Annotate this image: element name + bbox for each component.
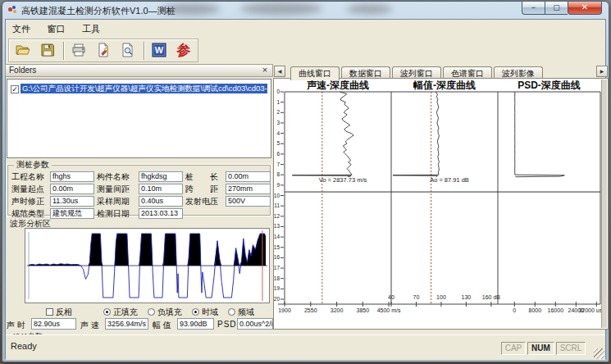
psd-label: PSD [217, 320, 237, 329]
svg-text:3200: 3200 [331, 307, 344, 313]
resize-grip[interactable] [594, 348, 604, 359]
file-list[interactable]: ✓G:\公司产品设计开发\超声仪器\超声仪实地检测数据\调试cd\cd03\cd… [7, 79, 271, 158]
param-field[interactable]: 0.40us [139, 196, 183, 207]
radio-icon [148, 308, 155, 316]
param-label: 采样周期 [97, 196, 136, 207]
svg-text:8000: 8000 [529, 307, 542, 313]
svg-text:7: 7 [276, 162, 280, 167]
svg-text:2550: 2550 [304, 307, 317, 313]
file-checkbox[interactable]: ✓ [11, 85, 19, 93]
print-setup-button[interactable] [94, 42, 112, 60]
folders-title: Folders [9, 66, 36, 75]
scroll-lock-indicator: SCRL [556, 342, 586, 355]
param-field[interactable]: 0.00m [50, 184, 94, 194]
param-field[interactable]: fhghs [50, 171, 94, 182]
svg-text:17: 17 [274, 265, 280, 271]
svg-text:5: 5 [276, 140, 280, 146]
app-window: 高铁建混凝土检测分析软件V1.0—测桩 −▢✕ 文件 窗口 工具 [2, 1, 609, 362]
print-button[interactable] [70, 42, 88, 60]
amplitude-field[interactable]: 93.90dB [177, 318, 214, 330]
svg-text:11: 11 [274, 202, 280, 208]
folders-close-button[interactable]: × [260, 65, 270, 75]
svg-text:9: 9 [276, 182, 280, 188]
window-title: 高铁建混凝土检测分析软件V1.0—测桩 [21, 5, 176, 17]
minimize-button[interactable]: − [522, 2, 545, 15]
svg-text:14: 14 [274, 234, 280, 239]
param-field[interactable]: 0.00m [226, 171, 271, 182]
toolbar-separator [63, 42, 65, 60]
status-message: Ready [11, 341, 37, 351]
param-field[interactable]: 2013.03.13 [139, 208, 183, 219]
print-preview-button[interactable] [119, 42, 137, 60]
waveform-controls: 反相 正填充 负填充 时域 频域 [5, 307, 273, 318]
psd-field[interactable]: 0.00us^2/m [237, 318, 273, 330]
open-file-button[interactable] [14, 42, 32, 60]
param-field[interactable]: 0.10m [139, 184, 183, 194]
page-magnifier-icon [120, 42, 136, 58]
file-path: G:\公司产品设计开发\超声仪器\超声仪实地检测数据\调试cd\cd03\cd0… [21, 84, 267, 93]
svg-text:3: 3 [276, 120, 280, 125]
folders-panel: Folders × ✓G:\公司产品设计开发\超声仪器\超声仪实地检测数据\调试… [5, 64, 273, 334]
tab-scroll-right-button[interactable]: ▶ [596, 66, 608, 77]
page-wrench-icon [95, 42, 112, 58]
params-glyph-icon: 参 [177, 43, 191, 58]
title-bar[interactable]: 高铁建混凝土检测分析软件V1.0—测桩 −▢✕ [2, 2, 609, 19]
toolbar-group: W 参 [8, 39, 198, 62]
parameters-button[interactable]: 参 [175, 42, 193, 60]
fill-positive-radio[interactable]: 正填充 [103, 307, 138, 318]
pile-params-title: 测桩参数 [14, 159, 52, 171]
svg-text:160 dB: 160 dB [482, 294, 501, 300]
chart-vertical-scrollbar[interactable] [601, 80, 607, 328]
svg-text:40: 40 [388, 294, 394, 300]
chart-workspace: ◀ 曲线窗口数据窗口波列窗口色谱窗口波列影像 ▶ 012345678910111… [273, 64, 609, 334]
num-lock-indicator: NUM [527, 342, 554, 355]
param-field[interactable]: 270mm [226, 184, 271, 194]
folders-header: Folders × [5, 64, 273, 77]
time-domain-radio[interactable]: 时域 [192, 307, 218, 318]
menu-bar: 文件 窗口 工具 [6, 20, 605, 38]
tab-bar: 曲线窗口数据窗口波列窗口色谱窗口波列影像 [290, 65, 545, 78]
param-label: 跨 距 [185, 184, 223, 194]
param-field[interactable]: 11.30us [50, 196, 94, 207]
waveform-canvas[interactable] [25, 228, 270, 303]
param-label: 测量起点 [11, 184, 48, 194]
svg-text:幅值-深度曲线: 幅值-深度曲线 [413, 80, 476, 91]
param-field[interactable]: fhgkdsg [139, 171, 183, 182]
param-label: 发射电压 [185, 196, 223, 207]
menu-tools[interactable]: 工具 [75, 20, 107, 35]
save-button[interactable] [39, 42, 57, 60]
svg-text:10: 10 [274, 193, 280, 198]
maximize-button[interactable]: ▢ [545, 2, 568, 15]
depth-charts-plot: 01234567891011121314151617181920声速-深度曲线1… [274, 79, 602, 329]
param-field[interactable]: 500V [226, 196, 271, 207]
param-label: 声时修正 [11, 196, 48, 207]
glass-artifact [347, 4, 392, 14]
sound-speed-field[interactable]: 3256.94m/s [105, 318, 148, 330]
freq-domain-radio[interactable]: 频域 [228, 307, 254, 318]
param-field[interactable]: 建筑规范 [50, 208, 94, 219]
invert-checkbox[interactable]: 反相 [46, 307, 72, 318]
amplitude-label: 幅 值 [153, 320, 171, 331]
svg-text:13: 13 [274, 223, 280, 229]
file-list-item[interactable]: ✓G:\公司产品设计开发\超声仪器\超声仪实地检测数据\调试cd\cd03\cd… [11, 84, 267, 95]
glass-artifact [240, 2, 322, 15]
tab-curve-window[interactable]: 曲线窗口 [290, 66, 340, 80]
sound-time-field[interactable]: 82.90us [31, 318, 76, 330]
svg-text:4: 4 [276, 130, 280, 136]
svg-text:15: 15 [274, 244, 280, 250]
tab-scroll-left-button[interactable]: ◀ [274, 66, 285, 77]
close-button[interactable]: ✕ [568, 2, 602, 15]
svg-text:2: 2 [276, 109, 280, 115]
param-label: 工程名称 [11, 171, 48, 182]
svg-text:16000: 16000 [548, 307, 564, 313]
svg-text:1900: 1900 [278, 307, 291, 313]
param-label: 测量间距 [97, 184, 136, 194]
param-label: 桩 长 [185, 171, 223, 182]
menu-file[interactable]: 文件 [6, 20, 37, 35]
menu-window[interactable]: 窗口 [40, 20, 71, 35]
export-word-button[interactable]: W [150, 42, 168, 60]
depth-charts-panel[interactable]: 01234567891011121314151617181920声速-深度曲线1… [273, 78, 609, 330]
fill-negative-radio[interactable]: 负填充 [148, 307, 182, 318]
svg-text:18: 18 [274, 275, 280, 281]
svg-text:100: 100 [436, 294, 446, 300]
